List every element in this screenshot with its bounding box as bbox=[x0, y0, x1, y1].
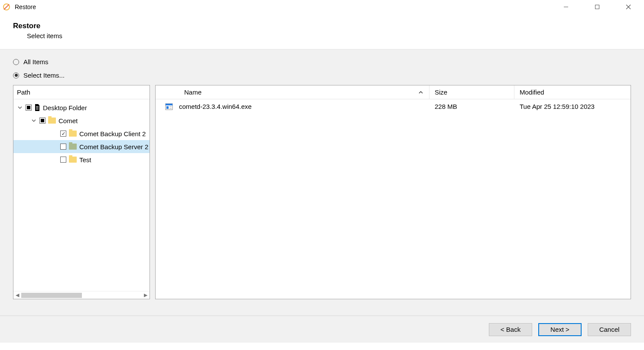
folder-icon bbox=[69, 157, 77, 163]
file-modified: Tue Apr 25 12:59:10 2023 bbox=[514, 103, 631, 110]
column-header-label: Modified bbox=[520, 88, 544, 96]
column-header-modified[interactable]: Modified bbox=[514, 85, 631, 99]
folder-icon bbox=[48, 118, 56, 124]
tree-node-label: Comet Backup Client 2 bbox=[79, 130, 146, 137]
sort-ascending-icon bbox=[419, 88, 423, 96]
tree-node-test[interactable]: Test bbox=[13, 153, 150, 166]
column-header-name[interactable]: Name bbox=[156, 85, 429, 99]
page-subtitle: Select items bbox=[13, 32, 631, 39]
tree-node-desktop-folder[interactable]: Desktop Folder bbox=[13, 101, 150, 114]
tree-header-label: Path bbox=[17, 88, 30, 96]
file-list-header: Name Size Modified bbox=[156, 85, 631, 99]
next-button-label: Next > bbox=[550, 326, 569, 333]
exe-file-icon bbox=[165, 103, 173, 111]
scroll-left-icon[interactable]: ◀ bbox=[13, 292, 21, 298]
svg-line-1 bbox=[4, 4, 9, 10]
back-button-label: < Back bbox=[501, 326, 520, 333]
tree-header-path[interactable]: Path bbox=[13, 85, 150, 99]
close-button[interactable] bbox=[613, 0, 644, 14]
page-title: Restore bbox=[13, 22, 631, 30]
svg-rect-13 bbox=[169, 108, 172, 109]
radio-all-items[interactable]: All Items bbox=[13, 58, 631, 65]
maximize-button[interactable] bbox=[582, 0, 613, 14]
scroll-right-icon[interactable]: ▶ bbox=[142, 292, 150, 298]
column-header-label: Name bbox=[184, 88, 202, 96]
tree-node-label: Test bbox=[79, 156, 91, 164]
svg-rect-3 bbox=[595, 5, 599, 9]
scroll-track[interactable] bbox=[21, 293, 142, 298]
column-header-size[interactable]: Size bbox=[429, 85, 514, 99]
tree-node-comet-client[interactable]: Comet Backup Client 2 bbox=[13, 127, 150, 140]
svg-rect-10 bbox=[166, 104, 172, 105]
radio-icon bbox=[13, 59, 19, 65]
window-title: Restore bbox=[15, 3, 36, 10]
tree-node-comet-server[interactable]: Comet Backup Server 2 bbox=[13, 140, 150, 153]
folder-icon bbox=[69, 131, 77, 137]
tree-node-comet[interactable]: Comet bbox=[13, 114, 150, 127]
file-list-pane: Name Size Modified co bbox=[155, 85, 631, 299]
radio-icon bbox=[13, 72, 19, 79]
file-size: 228 MB bbox=[429, 103, 514, 110]
svg-rect-11 bbox=[166, 106, 169, 109]
cancel-button[interactable]: Cancel bbox=[588, 323, 631, 336]
checkbox-unchecked[interactable] bbox=[60, 157, 66, 163]
tree-horizontal-scrollbar[interactable]: ◀ ▶ bbox=[13, 291, 150, 299]
column-header-label: Size bbox=[435, 88, 447, 96]
svg-rect-12 bbox=[169, 106, 172, 107]
checkbox-checked[interactable] bbox=[60, 131, 66, 137]
radio-all-label: All Items bbox=[23, 58, 49, 65]
minimize-button[interactable] bbox=[550, 0, 582, 14]
file-row[interactable]: cometd-23.3.4.win64.exe 228 MB Tue Apr 2… bbox=[156, 99, 631, 112]
scroll-thumb[interactable] bbox=[21, 293, 82, 298]
tree-pane: Path Desktop Folder bbox=[13, 85, 150, 299]
tree-node-label: Comet bbox=[59, 117, 78, 124]
svg-rect-8 bbox=[36, 109, 39, 109]
app-icon bbox=[3, 3, 10, 11]
cancel-button-label: Cancel bbox=[599, 326, 620, 333]
svg-rect-6 bbox=[36, 106, 39, 107]
window-controls bbox=[550, 0, 644, 14]
chevron-down-icon[interactable] bbox=[17, 105, 23, 110]
checkbox-mixed[interactable] bbox=[39, 118, 46, 124]
file-name: cometd-23.3.4.win64.exe bbox=[173, 103, 429, 110]
panes: Path Desktop Folder bbox=[13, 85, 631, 299]
checkbox-mixed[interactable] bbox=[26, 105, 32, 111]
checkbox-unchecked[interactable] bbox=[60, 144, 66, 150]
chevron-down-icon[interactable] bbox=[31, 118, 37, 123]
next-button[interactable]: Next > bbox=[538, 323, 582, 336]
radio-select-items[interactable]: Select Items... bbox=[13, 72, 631, 79]
footer: < Back Next > Cancel bbox=[0, 316, 644, 343]
back-button[interactable]: < Back bbox=[489, 323, 532, 336]
radio-select-label: Select Items... bbox=[23, 72, 65, 79]
tree-node-label: Desktop Folder bbox=[43, 104, 87, 111]
svg-rect-7 bbox=[36, 108, 39, 108]
file-list-body: cometd-23.3.4.win64.exe 228 MB Tue Apr 2… bbox=[156, 99, 631, 299]
folder-icon bbox=[69, 144, 77, 150]
titlebar: Restore bbox=[0, 0, 644, 14]
tree-node-label: Comet Backup Server 2 bbox=[79, 143, 148, 150]
file-icon bbox=[34, 104, 40, 111]
content-area: All Items Select Items... Path Deskto bbox=[0, 49, 644, 315]
page-header: Restore Select items bbox=[0, 14, 644, 49]
tree-body: Desktop Folder Comet Comet Backup Client… bbox=[13, 99, 150, 299]
